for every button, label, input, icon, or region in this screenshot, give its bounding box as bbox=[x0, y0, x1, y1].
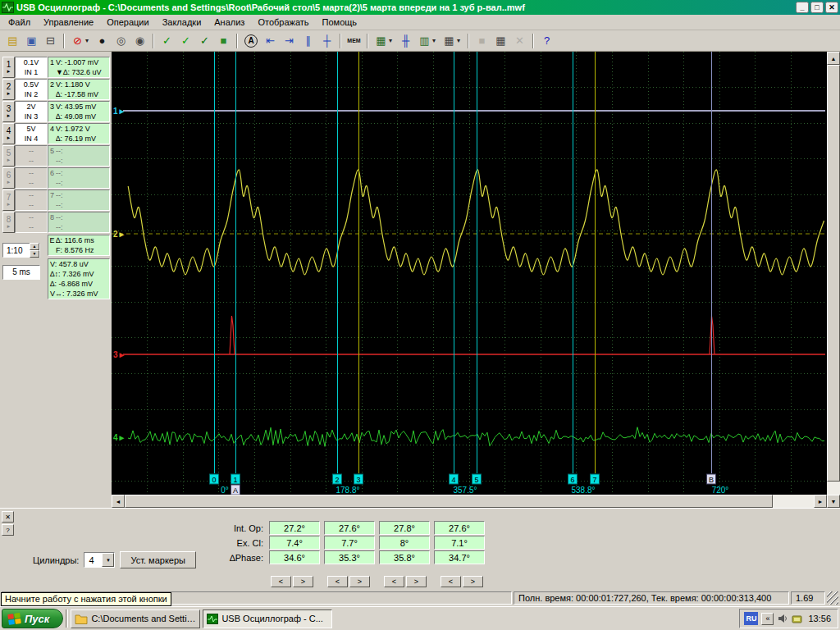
table-button[interactable]: ▦ bbox=[440, 32, 459, 50]
channel-6-range[interactable]: ---- bbox=[15, 167, 48, 189]
channel-8-button[interactable]: 8► bbox=[2, 212, 15, 233]
print-button[interactable]: ⊟ bbox=[41, 32, 60, 50]
cylinders-select[interactable]: 4 ▼ bbox=[84, 552, 115, 568]
channel-1-level-marker[interactable]: 1► bbox=[113, 107, 126, 116]
accept-add-button[interactable]: ✓ bbox=[176, 32, 195, 50]
channel-2-range[interactable]: 0.5VIN 2 bbox=[15, 79, 48, 100]
channel-5-button[interactable]: 5► bbox=[2, 145, 15, 167]
set-markers-button[interactable]: Уст. маркеры bbox=[120, 551, 196, 568]
channel-2-button[interactable]: 2► bbox=[2, 79, 15, 100]
timebase-box[interactable]: 5 ms bbox=[2, 265, 40, 280]
measurement-line: --: bbox=[56, 222, 109, 232]
device-icon[interactable] bbox=[792, 614, 802, 624]
grid-button[interactable]: ▦ bbox=[491, 32, 510, 50]
probe-attenuation-spinner[interactable]: 1:10 ▲ ▼ bbox=[2, 243, 40, 258]
cylinder-3-next-button[interactable]: > bbox=[406, 576, 427, 587]
zoom-a-button[interactable]: A bbox=[244, 34, 258, 48]
scroll-down-button[interactable]: ▼ bbox=[827, 495, 840, 508]
channel-7-button[interactable]: 7► bbox=[2, 189, 15, 211]
menu-analysis[interactable]: Анализ bbox=[208, 16, 251, 29]
help-button[interactable]: ? bbox=[537, 32, 556, 50]
cursor-marker-label: 3 bbox=[356, 476, 360, 484]
channel-8-range[interactable]: ---- bbox=[15, 212, 48, 233]
cursor-marker-label: A bbox=[233, 486, 238, 495]
chevron-down-icon[interactable]: ▼ bbox=[102, 553, 114, 567]
scroll-left-button[interactable]: ◄ bbox=[112, 495, 125, 508]
menu-control[interactable]: Управление bbox=[37, 16, 100, 29]
spin-up-icon[interactable]: ▲ bbox=[30, 243, 39, 250]
cylinder-1-prev-button[interactable]: < bbox=[271, 576, 291, 587]
measure-button[interactable]: ▥ bbox=[415, 32, 434, 50]
panel-help-button[interactable]: ? bbox=[2, 524, 14, 536]
toolbar-separator bbox=[63, 34, 65, 48]
channel-3-button[interactable]: 3► bbox=[2, 101, 15, 122]
cursor-right-button[interactable]: ⇥ bbox=[280, 32, 299, 50]
period-label: E bbox=[48, 235, 56, 255]
scope-horizontal-scrollbar[interactable]: ◄ ► bbox=[112, 495, 827, 508]
channel-7-range[interactable]: ---- bbox=[15, 189, 48, 211]
taskbar-task-oscilloscope[interactable]: USB Осциллограф - C... bbox=[203, 609, 332, 628]
channel-4-level-marker[interactable]: 4► bbox=[113, 433, 126, 442]
phase-value-3-4: 34.7° bbox=[434, 550, 485, 564]
tray-collapse-button[interactable]: « bbox=[761, 613, 774, 625]
minimize-button[interactable]: _ bbox=[796, 2, 809, 13]
table-button-dropdown[interactable]: ▾ bbox=[457, 37, 464, 44]
cursor-left-button[interactable]: ⇤ bbox=[261, 32, 280, 50]
open-button[interactable]: ▤ bbox=[3, 32, 22, 50]
cursor-cross-button[interactable]: ┼ bbox=[317, 32, 336, 50]
menu-display[interactable]: Отображать bbox=[251, 16, 315, 29]
menu-file[interactable]: Файл bbox=[2, 16, 37, 29]
measurement-line: ∆↕: 7.326 mV bbox=[50, 269, 109, 279]
accept-button[interactable]: ✓ bbox=[158, 32, 176, 50]
delete-button: ✕ bbox=[510, 32, 529, 50]
horizontal-scroll-thumb[interactable] bbox=[125, 495, 773, 508]
save-button[interactable]: ▣ bbox=[22, 32, 41, 50]
resize-grip[interactable] bbox=[827, 591, 838, 605]
cylinder-4-prev-button[interactable]: < bbox=[441, 576, 461, 587]
channel-4-button[interactable]: 4► bbox=[2, 123, 15, 144]
language-indicator[interactable]: RU bbox=[744, 612, 758, 625]
menu-bookmarks[interactable]: Закладки bbox=[156, 16, 208, 29]
close-button[interactable]: ✕ bbox=[825, 2, 838, 13]
spectrum-button[interactable]: ▦ bbox=[372, 32, 390, 50]
vertical-scroll-thumb[interactable] bbox=[827, 65, 840, 482]
power-button[interactable]: ⊘ bbox=[68, 32, 87, 50]
cylinder-4-next-button[interactable]: > bbox=[463, 576, 483, 587]
continuous-button[interactable]: ◉ bbox=[130, 32, 149, 50]
start-button[interactable]: Пуск bbox=[2, 609, 63, 628]
menu-operations[interactable]: Операции bbox=[100, 16, 155, 29]
record-button[interactable]: ● bbox=[93, 32, 112, 50]
spectrum-button-dropdown[interactable]: ▾ bbox=[389, 37, 396, 44]
accept-all-button[interactable]: ✓ bbox=[195, 32, 214, 50]
measure-button-dropdown[interactable]: ▾ bbox=[432, 37, 440, 44]
menu-help[interactable]: Помощь bbox=[316, 16, 364, 29]
cylinder-3-prev-button[interactable]: < bbox=[384, 576, 404, 587]
scope-canvas[interactable]: 1►2►3►4►01234567AB0°178.8°357.5°538.8°72… bbox=[112, 52, 827, 495]
channel-3-level-marker[interactable]: 3► bbox=[113, 350, 126, 359]
channel-1-button[interactable]: 1► bbox=[2, 57, 15, 78]
channel-1-range[interactable]: 0.1VIN 1 bbox=[15, 57, 48, 78]
panel-close-button[interactable]: ✕ bbox=[2, 511, 14, 523]
spin-down-icon[interactable]: ▼ bbox=[30, 250, 39, 258]
memory-button[interactable]: MEM bbox=[345, 32, 363, 50]
scroll-up-button[interactable]: ▲ bbox=[827, 52, 840, 65]
channel-3-range[interactable]: 2VIN 3 bbox=[15, 101, 48, 122]
cursor-pair-button[interactable]: ∥ bbox=[299, 32, 317, 50]
maximize-button[interactable]: □ bbox=[810, 2, 824, 13]
overlay-button[interactable]: ■ bbox=[214, 32, 233, 50]
markers-button[interactable]: ╫ bbox=[396, 32, 415, 50]
channel-2-level-marker[interactable]: 2► bbox=[113, 230, 126, 239]
channel-4-range[interactable]: 5VIN 4 bbox=[15, 123, 48, 144]
cylinder-2-next-button[interactable]: > bbox=[349, 576, 370, 587]
channel-5-range[interactable]: ---- bbox=[15, 145, 48, 167]
taskbar-task-explorer[interactable]: C:\Documents and Settin... bbox=[71, 609, 200, 628]
cylinder-1-next-button[interactable]: > bbox=[293, 576, 313, 587]
single-shot-button[interactable]: ◎ bbox=[112, 32, 130, 50]
cylinder-3-nav: <> bbox=[384, 576, 427, 587]
channel-6-button[interactable]: 6► bbox=[2, 167, 15, 189]
scroll-right-button[interactable]: ► bbox=[814, 495, 827, 508]
power-button-dropdown[interactable]: ▾ bbox=[85, 37, 93, 44]
volume-icon[interactable] bbox=[777, 613, 788, 624]
scope-vertical-scrollbar[interactable]: ▲ ▼ bbox=[827, 52, 840, 508]
cylinder-2-prev-button[interactable]: < bbox=[327, 576, 348, 587]
